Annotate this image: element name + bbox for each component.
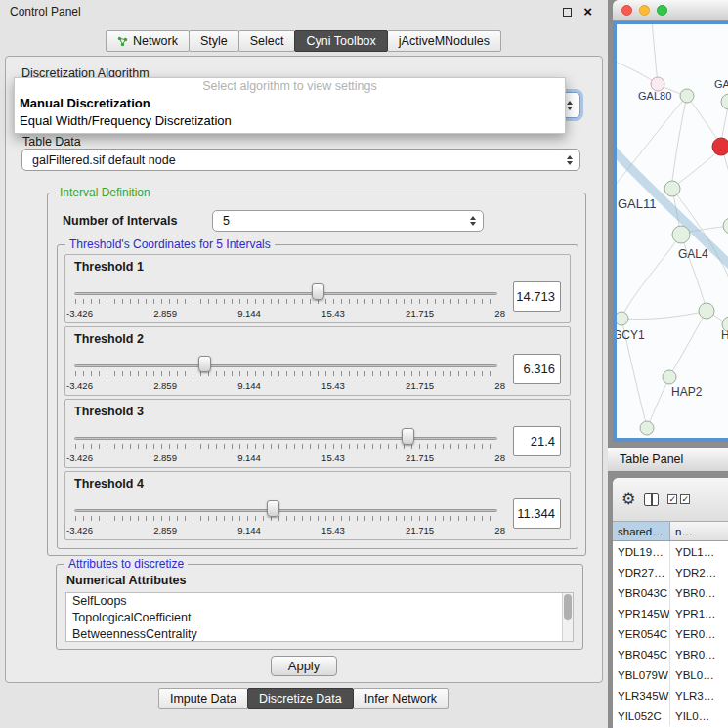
threshold-value-field[interactable]: 6.316: [513, 354, 561, 384]
table-data-combo[interactable]: galFiltered.sif default node: [21, 149, 580, 171]
network-view-window: GAL80GAGAL11GAL4GCY1HHAP2: [613, 0, 728, 442]
popup-item-equal-width-frequency[interactable]: Equal Width/Frequency Discretization: [15, 112, 565, 130]
slider-track[interactable]: [74, 292, 497, 295]
column-header-shared-name[interactable]: shared…: [613, 522, 670, 540]
tab-infer-network[interactable]: Infer Network: [353, 688, 449, 709]
scale-label: 21.715: [406, 452, 434, 463]
float-window-icon[interactable]: [563, 8, 572, 17]
table-row[interactable]: YER054CYER0…: [613, 623, 728, 644]
slider-thumb[interactable]: [267, 500, 279, 517]
table-row[interactable]: YIL052CYIL0…: [613, 706, 728, 726]
number-of-intervals-label: Number of Intervals: [63, 214, 177, 228]
threshold-value-field[interactable]: 14.713: [513, 281, 561, 312]
checkbox-checked-icon[interactable]: [680, 494, 690, 504]
close-icon[interactable]: [583, 7, 592, 17]
control-panel: Control Panel NetworkStyleSelectCyni Too…: [0, 0, 608, 728]
network-node[interactable]: [723, 218, 728, 234]
tab-label: Select: [250, 34, 284, 48]
cell-name: YBR0…: [670, 582, 728, 603]
network-node[interactable]: [721, 94, 728, 109]
slider-track[interactable]: [74, 509, 497, 512]
tab-network[interactable]: Network: [106, 30, 190, 52]
network-node[interactable]: [651, 77, 664, 91]
network-window-titlebar[interactable]: [613, 0, 728, 21]
attribute-item[interactable]: SelfLoops: [66, 593, 573, 610]
close-traffic-light-icon[interactable]: [621, 5, 632, 16]
threshold-value-field[interactable]: 21.4: [513, 426, 561, 456]
network-node[interactable]: [699, 303, 714, 319]
attribute-item[interactable]: TopologicalCoefficient: [66, 610, 573, 626]
tab-label: Network: [133, 34, 178, 48]
network-node[interactable]: [640, 421, 654, 435]
table-row[interactable]: YLR345WYLR3…: [613, 685, 728, 706]
cell-shared-name: YPR145W: [613, 603, 670, 623]
threshold-label: Threshold 3: [74, 405, 561, 418]
scale-label: -3.426: [66, 308, 93, 319]
apply-button[interactable]: Apply: [271, 656, 337, 676]
cell-name: YER0…: [670, 623, 728, 644]
column-header-name[interactable]: n…: [670, 522, 728, 540]
scale-label: 21.715: [406, 380, 434, 391]
network-node[interactable]: [664, 181, 680, 196]
top-tab-row: NetworkStyleSelectCyni ToolboxjActiveMNo…: [0, 30, 608, 52]
table-row[interactable]: YDL19…YDL1…: [613, 541, 728, 562]
list-scrollbar[interactable]: [562, 593, 573, 641]
threshold-slider[interactable]: -3.4262.8599.14415.4321.71528: [74, 422, 497, 467]
table-row[interactable]: YBR043CYBR0…: [613, 582, 728, 603]
threshold-slider[interactable]: -3.4262.8599.14415.4321.71528: [74, 278, 497, 322]
threshold-label: Threshold 2: [74, 332, 561, 346]
table-panel-header: Table Panel: [608, 447, 728, 472]
scale-label: 2.859: [153, 308, 177, 319]
threshold-label: Threshold 4: [74, 477, 561, 491]
network-node[interactable]: [617, 312, 628, 325]
network-edge: [623, 235, 681, 314]
slider-track[interactable]: [74, 364, 497, 367]
threshold-value-field[interactable]: 11.344: [513, 498, 561, 529]
cell-name: YLR3…: [670, 685, 728, 706]
gear-icon[interactable]: [621, 492, 635, 507]
scrollbar-thumb[interactable]: [564, 594, 572, 620]
slider-scale: -3.4262.8599.14415.4321.71528: [66, 380, 505, 391]
checkbox-checked-icon[interactable]: [667, 494, 677, 504]
tab-style[interactable]: Style: [189, 30, 239, 52]
slider-thumb[interactable]: [198, 356, 211, 372]
bottom-tab-row: Impute DataDiscretize DataInfer Network: [0, 688, 608, 709]
tab-label: jActiveMNodules: [399, 34, 490, 48]
tab-jactivemnodules[interactable]: jActiveMNodules: [387, 30, 501, 52]
table-data-value: galFiltered.sif default node: [32, 153, 176, 167]
minimize-traffic-light-icon[interactable]: [639, 5, 650, 16]
thresholds-group: Threshold's Coordinates for 5 Intervals …: [57, 244, 578, 549]
scale-label: 28: [494, 308, 505, 319]
interval-definition-group: Interval Definition Number of Intervals …: [47, 193, 586, 556]
network-node[interactable]: [663, 370, 676, 384]
network-node[interactable]: [712, 138, 728, 155]
network-node[interactable]: [680, 89, 694, 103]
table-row[interactable]: YDR27…YDR2…: [613, 562, 728, 582]
tab-impute-data[interactable]: Impute Data: [158, 688, 248, 709]
zoom-traffic-light-icon[interactable]: [657, 5, 667, 16]
node-label: GAL80: [638, 90, 671, 102]
slider-thumb[interactable]: [402, 428, 414, 445]
tab-select[interactable]: Select: [238, 30, 296, 52]
table-row[interactable]: YPR145WYPR1…: [613, 603, 728, 623]
threshold-slider[interactable]: -3.4262.8599.14415.4321.71528: [74, 350, 497, 395]
tab-discretize-data[interactable]: Discretize Data: [247, 688, 354, 709]
popup-item-manual-discretization[interactable]: Manual Discretization: [15, 95, 565, 112]
slider-ticks: [75, 371, 496, 376]
slider-thumb[interactable]: [312, 283, 324, 300]
number-of-intervals-combo[interactable]: 5: [212, 210, 484, 232]
network-canvas[interactable]: GAL80GAGAL11GAL4GCY1HHAP2: [613, 21, 728, 442]
columns-icon[interactable]: [644, 493, 659, 506]
table-row[interactable]: YBL079WYBL0…: [613, 664, 728, 685]
slider-track[interactable]: [74, 437, 497, 440]
select-columns-icons[interactable]: [667, 494, 690, 504]
attribute-item[interactable]: BetweennessCentrality: [66, 626, 573, 642]
scale-label: 28: [494, 452, 505, 463]
table-header-row: shared… n…: [613, 522, 728, 541]
numerical-attributes-label: Numerical Attributes: [66, 574, 186, 587]
table-row[interactable]: YBR045CYBR0…: [613, 644, 728, 664]
tab-cyni-toolbox[interactable]: Cyni Toolbox: [294, 30, 387, 52]
network-node[interactable]: [672, 226, 690, 243]
threshold-slider[interactable]: -3.4262.8599.14415.4321.71528: [74, 494, 497, 539]
tab-label: Infer Network: [364, 692, 437, 706]
